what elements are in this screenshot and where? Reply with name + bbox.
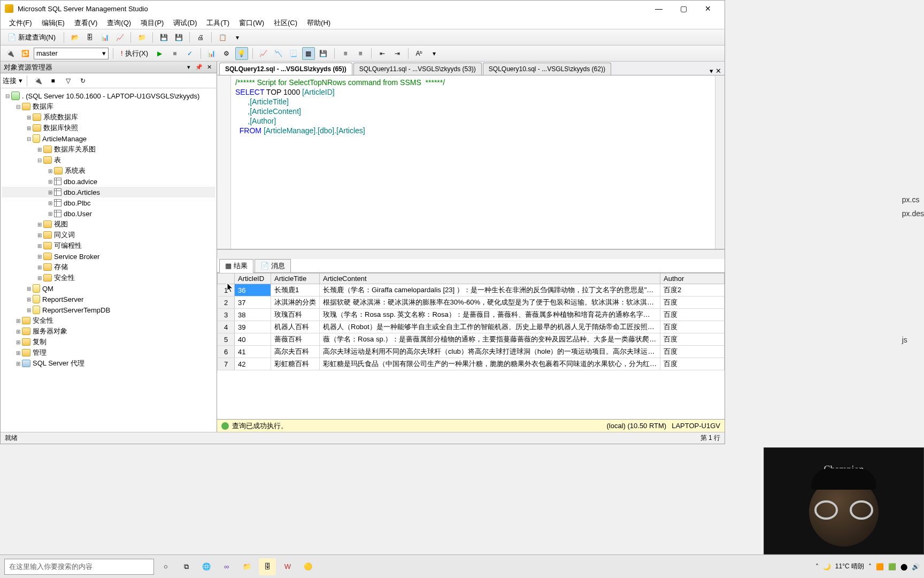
tray-app2-icon[interactable]: 🟩 — [888, 563, 896, 571]
results-grid[interactable]: ArticleID ArticleTitle ArticleContent Au… — [217, 273, 725, 419]
active-files-icon[interactable]: ▾ — [710, 67, 713, 75]
tab-sqlquery10[interactable]: SQLQuery10.sql - ...VSGLS\zkyyds (62)) — [483, 63, 611, 75]
menu-view[interactable]: 查看(V) — [70, 17, 102, 29]
table-row[interactable]: 540蔷薇百科薇（学名：Rosa sp.）：是蔷薇属部分植物的通称，主要指蔓藤蔷… — [218, 333, 725, 346]
messages-tab[interactable]: 📄 消息 — [255, 259, 291, 273]
window-position-icon[interactable]: ▾ — [184, 63, 193, 72]
server-node[interactable]: ⊟. (SQL Server 10.50.1600 - LAPTOP-U1GVS… — [2, 90, 215, 101]
stop-action-icon[interactable]: ■ — [47, 74, 59, 87]
dmx-query-icon[interactable]: 📈 — [113, 31, 126, 44]
estimated-plan-icon[interactable]: 📊 — [205, 47, 218, 60]
include-stats-icon[interactable]: 📉 — [272, 47, 285, 60]
db-engine-query-icon[interactable]: 🗄 — [83, 31, 96, 44]
analysis-query-icon[interactable]: 📊 — [98, 31, 111, 44]
save-all-icon[interactable]: 💾 — [172, 31, 185, 44]
table-row[interactable]: 338玫瑰百科玫瑰（学名：Rosa ssp. 英文名称：Rosa）：是蔷薇目，蔷… — [218, 309, 725, 321]
toolbar2-overflow-icon[interactable]: ▾ — [428, 47, 441, 60]
menu-query[interactable]: 查询(Q) — [103, 17, 135, 29]
table-plbc[interactable]: ⊞dbo.Plbc — [2, 197, 215, 208]
views-folder[interactable]: ⊞视图 — [2, 219, 215, 230]
system-databases-folder[interactable]: ⊞系统数据库 — [2, 112, 215, 123]
results-to-text-icon[interactable]: 📃 — [287, 47, 300, 60]
change-connection-icon[interactable]: 🔁 — [19, 47, 32, 60]
sql-editor[interactable]: /****** Script for SelectTopNRows comman… — [217, 75, 725, 249]
results-to-grid-icon[interactable]: ▦ — [302, 47, 315, 60]
close-button[interactable]: ✕ — [696, 1, 720, 17]
replication-folder[interactable]: ⊞复制 — [2, 337, 215, 347]
management-folder[interactable]: ⊞管理 — [2, 347, 215, 358]
db-reportserver[interactable]: ⊞ReportServer — [2, 294, 215, 305]
menu-community[interactable]: 社区(C) — [270, 17, 302, 29]
edge-icon[interactable]: 🌐 — [198, 558, 215, 575]
security-folder[interactable]: ⊞安全性 — [2, 315, 215, 326]
open-icon[interactable]: 📁 — [135, 31, 148, 44]
task-view-icon[interactable]: ⧉ — [178, 558, 195, 575]
storage-folder[interactable]: ⊞存储 — [2, 262, 215, 272]
col-author[interactable]: Author — [660, 273, 725, 284]
toolbar-overflow-icon[interactable]: ▾ — [231, 31, 244, 44]
connect-icon[interactable]: 🔌 — [4, 47, 17, 60]
comment-icon[interactable]: ≡ — [339, 47, 352, 60]
database-snapshots-folder[interactable]: ⊞数据库快照 — [2, 123, 215, 133]
minimize-button[interactable]: — — [646, 1, 671, 17]
menu-debug[interactable]: 调试(D) — [169, 17, 201, 29]
tab-sqlquery12[interactable]: SQLQuery12.sql - ...VSGLS\zkyyds (65)) — [219, 63, 352, 75]
menu-tools[interactable]: 工具(T) — [202, 17, 234, 29]
debug-icon[interactable]: ▶ — [153, 47, 166, 60]
table-row[interactable]: 439机器人百科机器人（Robot）是一种能够半自主或全自主工作的智能机器。历史… — [218, 321, 725, 333]
col-articletitle[interactable]: ArticleTitle — [271, 273, 320, 284]
new-query-button[interactable]: 📄 新建查询(N) — [4, 31, 59, 44]
weather-icon[interactable]: 🌙 — [823, 563, 831, 571]
menu-window[interactable]: 窗口(W) — [235, 17, 268, 29]
include-plan-icon[interactable]: 📈 — [257, 47, 270, 60]
db-articlemanage[interactable]: ⊟ArticleManage — [2, 133, 215, 144]
tab-sqlquery11[interactable]: SQLQuery11.sql - ...VSGLS\zkyyds (53)) — [353, 63, 482, 75]
menu-help[interactable]: 帮助(H) — [303, 17, 335, 29]
connect-label[interactable]: 连接 — [3, 76, 17, 86]
service-broker-folder[interactable]: ⊞Service Broker — [2, 251, 215, 262]
taskbar-search[interactable]: 在这里输入你要搜索的内容 — [4, 559, 154, 575]
chrome-icon[interactable]: 🟡 — [299, 558, 317, 575]
menu-edit[interactable]: 编辑(E) — [37, 17, 69, 29]
databases-folder[interactable]: ⊟数据库 — [2, 101, 215, 112]
col-rownum[interactable] — [218, 273, 235, 284]
database-diagrams-folder[interactable]: ⊞数据库关系图 — [2, 144, 215, 155]
ssms-taskbar-icon[interactable]: 🗄 — [259, 558, 276, 575]
system-tables-folder[interactable]: ⊞系统表 — [2, 165, 215, 176]
db-reportservertemp[interactable]: ⊞ReportServerTempDB — [2, 305, 215, 315]
wps-icon[interactable]: W — [279, 558, 296, 575]
table-advice[interactable]: ⊞dbo.advice — [2, 176, 215, 187]
refresh-icon[interactable]: ↻ — [76, 74, 89, 87]
increase-indent-icon[interactable]: ⇥ — [391, 47, 404, 60]
object-tree[interactable]: ⊟. (SQL Server 10.50.1600 - LAPTOP-U1GVS… — [1, 88, 217, 432]
table-row[interactable]: 136长颈鹿1长颈鹿（学名：Giraffa camelopardalis [23… — [218, 284, 725, 296]
query-options-icon[interactable]: ⚙ — [220, 47, 233, 60]
results-to-file-icon[interactable]: 💾 — [317, 47, 330, 60]
synonyms-folder[interactable]: ⊞同义词 — [2, 230, 215, 240]
specify-values-icon[interactable]: Aᵇ — [413, 47, 426, 60]
table-row[interactable]: 237冰淇淋的分类根据软硬 硬冰淇淋：硬冰淇淋的膨胀率在30%-60%，硬化成型… — [218, 296, 725, 309]
table-row[interactable]: 742彩虹糖百科彩虹糖是玛氏食品（中国有限公司生产的一种果汁糖，脆脆的糖果外衣包… — [218, 358, 725, 370]
activity-monitor-icon[interactable]: 📋 — [216, 31, 229, 44]
menu-file[interactable]: 文件(F) — [5, 17, 36, 29]
db-qm[interactable]: ⊞QM — [2, 283, 215, 294]
tray-chevron-icon[interactable]: ˄ — [815, 563, 819, 571]
table-user[interactable]: ⊞dbo.User — [2, 208, 215, 219]
security-inner-folder[interactable]: ⊞安全性 — [2, 272, 215, 283]
visual-studio-icon[interactable]: ∞ — [218, 558, 235, 575]
save-icon[interactable]: 💾 — [157, 31, 170, 44]
maximize-button[interactable]: ▢ — [671, 1, 696, 17]
uncomment-icon[interactable]: ≡ — [354, 47, 367, 60]
tray-app3-icon[interactable]: ⬤ — [900, 563, 907, 571]
execute-button[interactable]: ! 执行(X) — [118, 47, 151, 60]
database-selector[interactable]: master ▾ — [34, 48, 109, 59]
editor-scrollbar-h[interactable] — [217, 249, 725, 259]
print-icon[interactable]: 🖨 — [194, 31, 207, 44]
intellisense-icon[interactable]: 💡 — [235, 47, 248, 60]
col-articleid[interactable]: ArticleID — [235, 273, 271, 284]
disconnect-icon[interactable]: 🔌 — [32, 74, 44, 87]
auto-hide-icon[interactable]: 📌 — [195, 63, 203, 72]
filter-icon[interactable]: ▽ — [61, 74, 74, 87]
col-articlecontent[interactable]: ArticleContent — [320, 273, 660, 284]
tables-folder[interactable]: ⊟表 — [2, 155, 215, 165]
